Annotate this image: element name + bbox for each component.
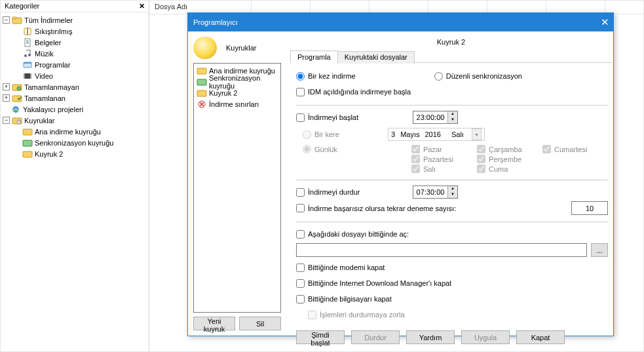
tree-root[interactable]: − Tüm İndirmeler — [3, 14, 147, 26]
clock-icon — [193, 37, 217, 59]
checkbox-stop-download[interactable]: İndirmeyi durdur — [296, 188, 413, 197]
date-month: Mayıs — [400, 130, 419, 138]
checkbox-retry[interactable]: İndirme başarısız olursa tekrar deneme s… — [296, 204, 571, 212]
list-item[interactable]: İndirme sınırları — [194, 98, 280, 109]
checkbox-day-mon[interactable]: Pazartesi — [411, 155, 477, 163]
retry-count-input[interactable] — [571, 201, 608, 215]
col-header[interactable] — [428, 1, 487, 14]
chevron-down-icon[interactable]: ▼ — [472, 128, 482, 140]
limits-icon — [197, 99, 207, 109]
tree-label: Tüm İndirmeler — [24, 16, 73, 24]
tree-item[interactable]: Müzik — [3, 48, 147, 59]
browse-button[interactable]: ... — [591, 243, 608, 257]
queue-icon — [22, 149, 33, 159]
sidebar-header: Kategoriler ✕ — [1, 1, 149, 12]
tab-files[interactable]: Kuyruktaki dosyalar — [337, 51, 415, 64]
tree-label: Kuyruk 2 — [35, 150, 63, 158]
category-sidebar: Kategoriler ✕ − Tüm İndirmeler Sıkıştırı… — [1, 1, 149, 351]
spinner-up-icon[interactable]: ▲ — [448, 186, 457, 192]
svg-rect-25 — [23, 151, 32, 157]
stop-time-spinner[interactable]: ▲▼ — [413, 186, 458, 199]
tree-item[interactable]: Kuyruk 2 — [3, 148, 147, 159]
music-icon — [22, 49, 33, 59]
checkbox-day-wed[interactable]: Çarşamba — [477, 145, 542, 153]
tree-item[interactable]: +Tamamlanan — [3, 92, 147, 104]
help-button[interactable]: Yardım — [406, 330, 455, 344]
svg-rect-3 — [27, 28, 28, 35]
col-header-filename[interactable]: Dosya Adı — [149, 1, 252, 14]
folder-icon — [12, 93, 22, 104]
queues-listbox[interactable]: Ana indirme kuyruğu Senkronizasyon kuyru… — [193, 63, 281, 313]
checkbox-hangup[interactable]: Bittiğinde modemi kapat — [296, 264, 385, 272]
tabs: Programla Kuyruktaki dosyalar — [290, 50, 612, 63]
tree-item[interactable]: Senkronizasyon kuyruğu — [3, 137, 147, 148]
date-picker[interactable]: 3 Mayıs 2016 Salı ▼ — [388, 128, 485, 141]
tree-item[interactable]: Sıkıştırılmış — [3, 26, 147, 37]
dialog-left-panel: Kuyruklar Ana indirme kuyruğu Senkroniza… — [188, 31, 286, 336]
start-time-input[interactable] — [413, 111, 447, 123]
col-header[interactable] — [546, 1, 605, 14]
start-now-button[interactable]: Şimdi başlat — [296, 330, 345, 344]
checkbox-day-sat[interactable]: Cumartesi — [542, 145, 608, 153]
checkbox-day-thu[interactable]: Perşembe — [477, 155, 542, 163]
dialog-titlebar[interactable]: Programlayıcı ✕ — [188, 13, 613, 31]
schedule-panel: Bir kez indirme Düzenli senkronizasyon I… — [290, 63, 612, 344]
collapse-icon[interactable]: − — [3, 117, 10, 124]
col-header[interactable] — [311, 1, 369, 14]
checkbox-exit-idm[interactable]: Bittiğinde Internet Download Manager'ı k… — [296, 279, 451, 288]
tree-label: Programlar — [35, 61, 70, 69]
archive-icon — [22, 26, 33, 37]
tree-item[interactable]: +Tamamlanmayan — [3, 81, 147, 92]
stop-time-input[interactable] — [413, 186, 447, 198]
tab-schedule[interactable]: Programla — [290, 50, 338, 63]
expand-icon[interactable]: + — [3, 94, 10, 102]
svg-rect-13 — [24, 73, 25, 79]
open-file-input[interactable] — [296, 243, 587, 257]
folder-icon — [12, 82, 22, 92]
col-header[interactable] — [369, 1, 428, 14]
checkbox-day-tue[interactable]: Salı — [411, 165, 477, 173]
checkbox-day-fri[interactable]: Cuma — [477, 165, 542, 173]
radio-once[interactable]: Bir kez indirme — [296, 72, 356, 81]
spinner-up-icon[interactable]: ▲ — [448, 111, 457, 117]
close-icon[interactable]: ✕ — [601, 16, 609, 28]
checkbox-open-file[interactable]: Aşağıdaki dosyayı bittiğinde aç: — [296, 230, 409, 239]
checkbox-force[interactable]: İşlemleri durdurmaya zorla — [308, 311, 405, 319]
radio-daily[interactable]: Günlük — [303, 145, 354, 153]
tree-label: Ana indirme kuyruğu — [35, 128, 101, 136]
queue-icon — [22, 127, 33, 137]
start-time-spinner[interactable]: ▲▼ — [413, 111, 458, 124]
tree-label: Sıkıştırılmış — [35, 28, 72, 35]
new-queue-button[interactable]: Yeni kuyruk — [193, 317, 235, 330]
svg-rect-14 — [30, 73, 31, 79]
queues-label: Kuyruklar — [226, 44, 256, 52]
svg-rect-1 — [12, 17, 16, 19]
delete-queue-button[interactable]: Sil — [239, 317, 281, 330]
tree-item[interactable]: Video — [3, 70, 147, 81]
radio-periodic[interactable]: Düzenli senkronizasyon — [434, 72, 522, 81]
checkbox-shutdown[interactable]: Bittiğinde bilgisayarı kapat — [296, 295, 392, 303]
radio-one-time[interactable]: Bir kere — [303, 130, 388, 139]
col-header[interactable] — [252, 1, 311, 14]
tree-queues-root[interactable]: −Kuyruklar — [3, 115, 147, 126]
col-header[interactable] — [487, 1, 546, 14]
close-button[interactable]: Kapat — [516, 330, 565, 344]
stop-button[interactable]: Durdur — [351, 330, 400, 344]
queue-icon — [197, 66, 207, 76]
tree-item[interactable]: Yakalayıcı projeleri — [3, 104, 147, 115]
collapse-icon[interactable]: − — [3, 16, 10, 24]
checkbox-start-download[interactable]: İndirmeyi başlat — [296, 113, 413, 122]
scheduler-dialog: Programlayıcı ✕ Kuyruklar Ana indirme ku… — [187, 12, 614, 336]
tree-item[interactable]: Belgeler — [3, 37, 147, 48]
close-icon[interactable]: ✕ — [139, 2, 145, 10]
tree-label: Belgeler — [35, 39, 61, 47]
checkbox-day-sun[interactable]: Pazar — [411, 145, 477, 153]
tree-item[interactable]: Programlar — [3, 59, 147, 70]
tree-item[interactable]: Ana indirme kuyruğu — [3, 126, 147, 137]
expand-icon[interactable]: + — [3, 83, 10, 90]
apply-button[interactable]: Uygula — [461, 330, 510, 344]
list-item[interactable]: Senkronizasyon kuyruğu — [194, 76, 280, 87]
spinner-down-icon[interactable]: ▼ — [448, 192, 457, 198]
spinner-down-icon[interactable]: ▼ — [448, 117, 457, 123]
checkbox-start-on-open[interactable]: IDM açıldığında indirmeye başla — [296, 88, 411, 96]
